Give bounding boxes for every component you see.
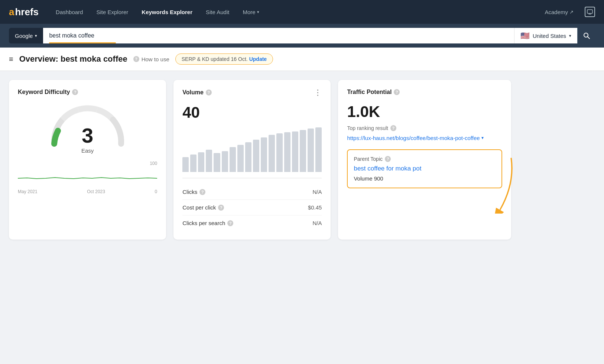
kd-help-icon[interactable]: ?: [72, 89, 78, 95]
screen-icon[interactable]: [585, 7, 595, 17]
chart-divider: [182, 178, 322, 178]
svg-line-3: [588, 37, 590, 39]
nav-academy[interactable]: Academy ↗: [539, 6, 579, 18]
search-engine-label: Google: [15, 33, 33, 39]
tp-sub-help-icon[interactable]: ?: [390, 125, 396, 131]
search-submit-button[interactable]: [577, 28, 595, 43]
volume-card-title: Volume ? ⋮: [182, 89, 322, 96]
metric-cps: Clicks per search ? N/A: [182, 215, 322, 231]
tp-sub-label: Top ranking result ?: [347, 125, 502, 131]
kd-trend-svg: [18, 169, 157, 188]
parent-topic-box: Parent Topic ? best coffee for moka pot …: [347, 149, 502, 188]
update-badge: SERP & KD updated 16 Oct. Update: [175, 53, 273, 65]
bar-item: [182, 157, 189, 172]
volume-card: Volume ? ⋮ 40 Clicks ? N/A Cost per clic…: [173, 80, 331, 240]
update-notice: SERP & KD updated 16 Oct.: [182, 56, 248, 62]
bar-item: [222, 151, 228, 172]
bar-item: [308, 129, 314, 172]
bar-item: [230, 147, 236, 172]
update-link[interactable]: Update: [249, 56, 267, 62]
page-header: ≡ Overview: best moka coffee ? How to us…: [0, 48, 604, 71]
kd-scale: 100: [18, 161, 157, 166]
svg-rect-0: [587, 10, 592, 13]
metric-cpc: Cost per click ? $0.45: [182, 200, 322, 215]
pt-help-icon[interactable]: ?: [385, 156, 391, 162]
kd-trend-chart: [18, 169, 157, 188]
cps-help-icon[interactable]: ?: [227, 220, 233, 226]
bar-item: [214, 153, 220, 172]
how-to-use-help-icon: ?: [133, 56, 139, 62]
bar-item: [198, 152, 204, 172]
nav-dashboard[interactable]: Dashboard: [51, 6, 88, 18]
kd-scale-zero: 0: [155, 189, 158, 194]
page-title: Overview: best moka coffee: [19, 54, 127, 64]
logo-rest: hrefs: [15, 6, 39, 18]
tp-help-icon[interactable]: ?: [394, 89, 400, 95]
bar-item: [269, 135, 275, 172]
how-to-use-label: How to use: [142, 56, 169, 62]
bar-item: [245, 142, 251, 172]
volume-bar-chart: [182, 127, 322, 172]
country-flag: 🇺🇸: [520, 31, 530, 40]
nav-keywords-explorer[interactable]: Keywords Explorer: [136, 6, 198, 18]
parent-topic-volume: Volume 900: [354, 175, 496, 182]
traffic-potential-card: Traffic Potential ? 1.0K Top ranking res…: [338, 80, 511, 240]
cps-value: N/A: [312, 220, 322, 226]
bar-item: [276, 133, 283, 172]
volume-menu-dots[interactable]: ⋮: [314, 89, 322, 96]
bar-item: [300, 130, 306, 172]
bar-item: [284, 132, 290, 172]
keyword-difficulty-card: Keyword Difficulty ? 3 Easy: [9, 80, 166, 240]
tp-top-ranking-link[interactable]: https://lux-haus.net/blogs/coffee/best-m…: [347, 134, 502, 142]
country-name: United States: [533, 33, 566, 39]
hamburger-icon[interactable]: ≡: [9, 55, 13, 64]
search-engine-button[interactable]: Google ▾: [9, 28, 43, 43]
bar-item: [190, 155, 197, 172]
search-underline: [49, 42, 116, 43]
kd-date-start: May 2021: [18, 189, 38, 194]
more-chevron-icon: ▾: [257, 10, 259, 14]
bar-item: [261, 137, 267, 172]
clicks-value: N/A: [312, 189, 322, 195]
tp-card-title: Traffic Potential ?: [347, 89, 502, 95]
country-chevron-icon: ▾: [569, 33, 571, 38]
metric-clicks: Clicks ? N/A: [182, 184, 322, 200]
search-bar: Google ▾ 🇺🇸 United States ▾: [0, 24, 604, 48]
search-input[interactable]: [43, 28, 514, 43]
tp-number: 1.0K: [347, 103, 502, 121]
tp-link-chevron-icon: ▾: [481, 135, 484, 141]
bar-item: [206, 150, 212, 172]
kd-gauge: 3 Easy: [47, 103, 129, 155]
kd-number: 3: [82, 125, 93, 146]
country-button[interactable]: 🇺🇸 United States ▾: [514, 28, 577, 43]
kd-scale-max: 100: [150, 161, 157, 166]
bar-item: [292, 131, 298, 172]
kd-label: Easy: [81, 147, 94, 154]
engine-chevron-icon: ▾: [35, 33, 37, 38]
nav-site-explorer[interactable]: Site Explorer: [91, 6, 133, 18]
how-to-use-button[interactable]: ? How to use: [133, 56, 169, 62]
kd-card-title: Keyword Difficulty ?: [18, 89, 157, 95]
cpc-value: $0.45: [308, 204, 322, 211]
logo[interactable]: a hrefs: [9, 6, 39, 18]
nav-site-audit[interactable]: Site Audit: [201, 6, 234, 18]
logo-a: a: [9, 6, 14, 18]
cpc-help-icon[interactable]: ?: [218, 205, 224, 211]
clicks-help-icon[interactable]: ?: [199, 189, 205, 195]
cards-area: Keyword Difficulty ? 3 Easy: [0, 71, 520, 248]
kd-dates: May 2021 Oct 2023 0: [18, 189, 157, 194]
bar-item: [253, 140, 259, 172]
parent-topic-link[interactable]: best coffee for moka pot: [354, 165, 496, 172]
kd-date-end: Oct 2023: [87, 189, 105, 194]
bar-item: [315, 127, 322, 172]
navbar: a hrefs Dashboard Site Explorer Keywords…: [0, 0, 604, 24]
nav-more[interactable]: More ▾: [237, 6, 264, 18]
bar-item: [237, 145, 244, 172]
volume-number: 40: [182, 104, 322, 121]
search-input-wrap: [43, 28, 514, 43]
external-link-icon: ↗: [569, 9, 574, 15]
volume-help-icon[interactable]: ?: [206, 90, 212, 95]
